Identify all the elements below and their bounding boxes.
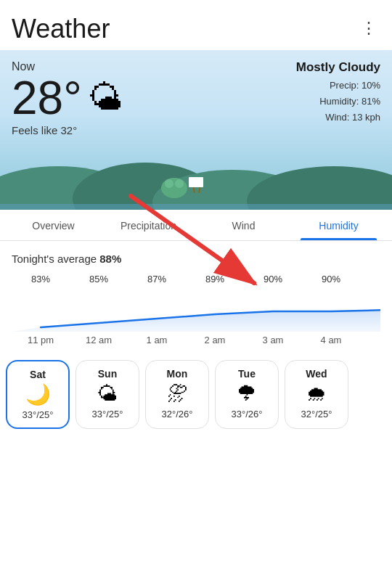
day-temps-mon: 32°/26° (152, 409, 203, 419)
tab-precipitation[interactable]: Precipitation (101, 210, 196, 240)
tonight-average-value: 88% (99, 253, 121, 265)
chart-label-4: 90% (244, 274, 302, 284)
day-name-wed: Wed (291, 368, 342, 380)
chart-value-labels: 83% 85% 87% 89% 90% 90% 9 (12, 274, 380, 284)
day-card-wed[interactable]: Wed 🌧 32°/25° (285, 360, 348, 429)
day-card-tue[interactable]: Tue 🌩 33°/26° (215, 360, 279, 429)
day-name-sun: Sun (82, 368, 133, 380)
day-name-sat: Sat (13, 369, 62, 380)
chart-area: 83% 85% 87% 89% 90% 90% 9 (12, 274, 380, 332)
humidity-chart: 83% 85% 87% 89% 90% 90% 9 (12, 274, 380, 345)
svg-point-6 (175, 179, 184, 188)
weather-condition: Mostly Cloudy (296, 60, 380, 75)
chart-label-1: 85% (70, 274, 128, 284)
weather-info-panel: Mostly Cloudy Precip: 10% Humidity: 81% … (296, 60, 380, 126)
app-header: Weather ⋮ (0, 0, 392, 50)
temperature-value: 28° (12, 75, 82, 121)
humidity-detail: Humidity: 81% (296, 94, 380, 110)
weather-details: Precip: 10% Humidity: 81% Wind: 13 kph (296, 78, 380, 126)
svg-rect-10 (0, 204, 392, 210)
day-icon-mon: ⛈ (152, 384, 203, 404)
tab-wind[interactable]: Wind (196, 210, 291, 240)
time-label-3: 2 am (186, 335, 244, 345)
app-title: Weather (12, 13, 110, 44)
time-label-1: 12 am (70, 335, 128, 345)
chart-label-6: 9 (360, 274, 380, 284)
day-icon-wed: 🌧 (291, 384, 342, 404)
time-label-6: 5 (360, 335, 380, 345)
day-temps-sat: 33°/25° (13, 409, 62, 420)
day-temps-sun: 33°/25° (82, 409, 133, 419)
time-label-0: 11 pm (12, 335, 70, 345)
weather-icon: 🌤 (88, 81, 123, 115)
svg-point-5 (165, 179, 173, 188)
day-icon-tue: 🌩 (221, 384, 272, 404)
menu-button[interactable]: ⋮ (358, 13, 380, 44)
svg-point-4 (161, 178, 187, 198)
chart-label-5: 90% (302, 274, 360, 284)
chart-label-3: 89% (186, 274, 244, 284)
tabs-bar: Overview Precipitation Wind Humidity (0, 210, 392, 241)
chart-label-0: 83% (12, 274, 70, 284)
time-label-4: 3 am (244, 335, 302, 345)
landscape-illustration (0, 137, 392, 210)
svg-point-3 (247, 166, 392, 210)
svg-rect-9 (189, 177, 203, 187)
time-label-5: 4 am (302, 335, 360, 345)
day-temps-tue: 33°/26° (221, 409, 272, 419)
chart-svg (12, 303, 380, 332)
precip-detail: Precip: 10% (296, 78, 380, 94)
day-card-mon[interactable]: Mon ⛈ 32°/26° (145, 360, 209, 429)
day-card-sat[interactable]: Sat 🌙 33°/25° (6, 360, 70, 429)
day-card-sun[interactable]: Sun 🌤 33°/25° (75, 360, 139, 429)
day-icon-sun: 🌤 (82, 384, 133, 404)
tab-humidity[interactable]: Humidity (291, 210, 386, 240)
humidity-section: Tonight's average 88% 83% 85% 87% 89% 90… (0, 241, 392, 345)
day-name-tue: Tue (221, 368, 272, 380)
feels-like: Feels like 32° (12, 124, 380, 136)
day-name-mon: Mon (152, 368, 203, 380)
weather-card: Now 28° 🌤 Feels like 32° Mostly Cloudy P… (0, 50, 392, 210)
tonight-average-label: Tonight's average 88% (12, 253, 380, 265)
day-temps-wed: 32°/25° (291, 409, 342, 419)
day-icon-sat: 🌙 (13, 385, 62, 405)
daily-forecast: Sat 🌙 33°/25° Sun 🌤 33°/25° Mon ⛈ 32°/26… (0, 351, 392, 438)
chart-time-labels: 11 pm 12 am 1 am 2 am 3 am 4 am 5 (12, 335, 380, 345)
wind-detail: Wind: 13 kph (296, 110, 380, 126)
time-label-2: 1 am (128, 335, 186, 345)
tab-overview[interactable]: Overview (6, 210, 101, 240)
chart-label-2: 87% (128, 274, 186, 284)
